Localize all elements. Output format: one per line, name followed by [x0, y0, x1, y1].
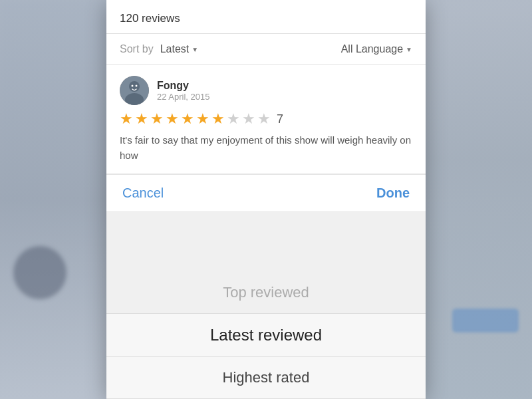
reviewer-info: Fongy 22 April, 2015 [157, 80, 210, 102]
modal-panel: 120 reviews Sort by Latest ▼ All Languag… [106, 0, 426, 399]
blurred-avatar [13, 246, 66, 299]
star-2: ★ [135, 110, 148, 128]
picker-option-top-reviewed-label: Top reviewed [223, 284, 309, 301]
reviews-header: 120 reviews [106, 0, 426, 34]
sort-by-label: Sort by [120, 43, 154, 55]
review-text: It's fair to say that my enjoyment of th… [120, 133, 412, 163]
language-dropdown[interactable]: All Language ▼ [341, 43, 412, 55]
picker-option-top-reviewed[interactable]: Top reviewed [106, 272, 426, 314]
sort-dropdown[interactable]: Latest ▼ [160, 43, 199, 55]
review-date: 22 April, 2015 [157, 92, 210, 102]
svg-point-4 [136, 85, 138, 87]
lang-value: All Language [341, 43, 403, 55]
star-1: ★ [120, 110, 133, 128]
picker-option-latest-reviewed[interactable]: Latest reviewed [106, 314, 426, 357]
svg-point-3 [132, 85, 134, 87]
star-count: 7 [277, 112, 283, 126]
sort-chevron-icon: ▼ [192, 46, 198, 53]
cancel-button[interactable]: Cancel [122, 186, 164, 201]
picker-spacer [106, 212, 426, 272]
done-button[interactable]: Done [376, 186, 410, 201]
modal-top: 120 reviews Sort by Latest ▼ All Languag… [106, 0, 426, 174]
picker-option-highest-rated[interactable]: Highest rated [106, 357, 426, 399]
review-card: Fongy 22 April, 2015 ★ ★ ★ ★ ★ ★ ★ ★ ★ ★… [106, 65, 426, 174]
side-panel-left [0, 0, 106, 399]
star-3: ★ [150, 110, 164, 128]
stars-row: ★ ★ ★ ★ ★ ★ ★ ★ ★ ★ 7 [120, 110, 412, 128]
side-panel-right [426, 0, 532, 399]
side-content-left [0, 0, 106, 399]
star-5: ★ [181, 110, 194, 128]
reviews-count: 120 reviews [120, 12, 180, 25]
side-content-right [426, 0, 532, 399]
star-8: ★ [227, 110, 240, 128]
picker-option-highest-rated-label: Highest rated [223, 369, 310, 386]
star-6: ★ [196, 110, 209, 128]
picker-area: Top reviewed Latest reviewed Highest rat… [106, 212, 426, 399]
cancel-done-bar: Cancel Done [106, 174, 426, 212]
sort-bar: Sort by Latest ▼ All Language ▼ [106, 34, 426, 65]
reviewer-avatar [120, 76, 149, 105]
sort-value: Latest [160, 43, 190, 55]
review-header: Fongy 22 April, 2015 [120, 76, 412, 105]
lang-chevron-icon: ▼ [406, 46, 412, 53]
star-10: ★ [257, 110, 271, 128]
blurred-button [452, 309, 519, 332]
star-4: ★ [166, 110, 179, 128]
reviewer-name: Fongy [157, 80, 210, 92]
star-7: ★ [211, 110, 225, 128]
star-9: ★ [242, 110, 255, 128]
picker-option-latest-reviewed-label: Latest reviewed [210, 326, 322, 344]
